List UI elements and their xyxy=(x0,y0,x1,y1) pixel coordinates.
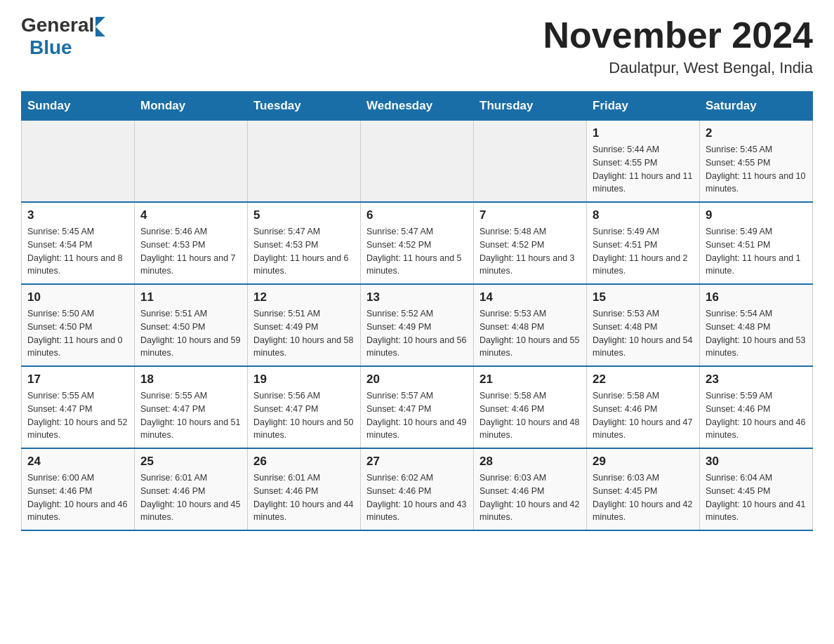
table-row xyxy=(248,121,361,203)
table-row: 22Sunrise: 5:58 AMSunset: 4:46 PMDayligh… xyxy=(587,366,700,448)
logo-triangle-bottom xyxy=(95,27,105,36)
table-row: 3Sunrise: 5:45 AMSunset: 4:54 PMDaylight… xyxy=(22,202,135,284)
header-friday: Friday xyxy=(587,92,700,121)
day-number: 11 xyxy=(140,290,241,304)
day-number: 7 xyxy=(479,208,581,222)
table-row: 25Sunrise: 6:01 AMSunset: 4:46 PMDayligh… xyxy=(135,448,248,530)
calendar-subtitle: Daulatpur, West Bengal, India xyxy=(543,59,813,77)
day-info: Sunrise: 5:57 AMSunset: 4:47 PMDaylight:… xyxy=(366,389,468,442)
table-row: 8Sunrise: 5:49 AMSunset: 4:51 PMDaylight… xyxy=(587,202,700,284)
day-info: Sunrise: 5:55 AMSunset: 4:47 PMDaylight:… xyxy=(27,389,128,442)
day-info: Sunrise: 5:47 AMSunset: 4:52 PMDaylight:… xyxy=(366,225,468,278)
logo-blue-text: Blue xyxy=(29,36,72,58)
table-row: 1Sunrise: 5:44 AMSunset: 4:55 PMDaylight… xyxy=(587,121,700,203)
day-number: 15 xyxy=(593,290,694,304)
day-info: Sunrise: 6:00 AMSunset: 4:46 PMDaylight:… xyxy=(27,471,128,524)
day-info: Sunrise: 5:48 AMSunset: 4:52 PMDaylight:… xyxy=(479,225,581,278)
day-info: Sunrise: 5:47 AMSunset: 4:53 PMDaylight:… xyxy=(253,225,355,278)
day-number: 6 xyxy=(366,208,468,222)
day-number: 12 xyxy=(253,290,355,304)
day-info: Sunrise: 5:45 AMSunset: 4:54 PMDaylight:… xyxy=(27,225,128,278)
day-number: 13 xyxy=(366,290,468,304)
table-row xyxy=(22,121,135,203)
day-info: Sunrise: 5:55 AMSunset: 4:47 PMDaylight:… xyxy=(140,389,241,442)
calendar-table: Sunday Monday Tuesday Wednesday Thursday… xyxy=(21,91,813,531)
day-number: 16 xyxy=(706,290,807,304)
table-row: 16Sunrise: 5:54 AMSunset: 4:48 PMDayligh… xyxy=(700,284,813,366)
table-row: 29Sunrise: 6:03 AMSunset: 4:45 PMDayligh… xyxy=(587,448,700,530)
table-row: 21Sunrise: 5:58 AMSunset: 4:46 PMDayligh… xyxy=(474,366,587,448)
table-row: 4Sunrise: 5:46 AMSunset: 4:53 PMDaylight… xyxy=(135,202,248,284)
table-row xyxy=(135,121,248,203)
day-info: Sunrise: 5:51 AMSunset: 4:49 PMDaylight:… xyxy=(253,307,355,360)
title-area: November 2024 Daulatpur, West Bengal, In… xyxy=(543,14,813,77)
header-thursday: Thursday xyxy=(474,92,587,121)
day-info: Sunrise: 6:02 AMSunset: 4:46 PMDaylight:… xyxy=(366,471,468,524)
table-row: 15Sunrise: 5:53 AMSunset: 4:48 PMDayligh… xyxy=(587,284,700,366)
day-number: 4 xyxy=(140,208,241,222)
day-number: 22 xyxy=(593,373,694,387)
day-info: Sunrise: 5:58 AMSunset: 4:46 PMDaylight:… xyxy=(479,389,581,442)
day-info: Sunrise: 5:44 AMSunset: 4:55 PMDaylight:… xyxy=(593,143,694,196)
header: General Blue November 2024 Daulatpur, We… xyxy=(21,14,813,77)
day-info: Sunrise: 5:58 AMSunset: 4:46 PMDaylight:… xyxy=(593,389,694,442)
table-row: 20Sunrise: 5:57 AMSunset: 4:47 PMDayligh… xyxy=(361,366,474,448)
calendar-week-row: 1Sunrise: 5:44 AMSunset: 4:55 PMDaylight… xyxy=(22,121,813,203)
table-row: 18Sunrise: 5:55 AMSunset: 4:47 PMDayligh… xyxy=(135,366,248,448)
table-row: 2Sunrise: 5:45 AMSunset: 4:55 PMDaylight… xyxy=(700,121,813,203)
day-info: Sunrise: 6:03 AMSunset: 4:46 PMDaylight:… xyxy=(479,471,581,524)
table-row: 23Sunrise: 5:59 AMSunset: 4:46 PMDayligh… xyxy=(700,366,813,448)
table-row: 5Sunrise: 5:47 AMSunset: 4:53 PMDaylight… xyxy=(248,202,361,284)
day-number: 27 xyxy=(366,455,468,469)
day-info: Sunrise: 5:49 AMSunset: 4:51 PMDaylight:… xyxy=(593,225,694,278)
table-row: 26Sunrise: 6:01 AMSunset: 4:46 PMDayligh… xyxy=(248,448,361,530)
day-info: Sunrise: 5:49 AMSunset: 4:51 PMDaylight:… xyxy=(706,225,807,278)
day-info: Sunrise: 5:59 AMSunset: 4:46 PMDaylight:… xyxy=(706,389,807,442)
logo: General Blue xyxy=(21,14,105,59)
day-info: Sunrise: 5:53 AMSunset: 4:48 PMDaylight:… xyxy=(479,307,581,360)
day-info: Sunrise: 5:53 AMSunset: 4:48 PMDaylight:… xyxy=(593,307,694,360)
day-info: Sunrise: 5:46 AMSunset: 4:53 PMDaylight:… xyxy=(140,225,241,278)
table-row: 6Sunrise: 5:47 AMSunset: 4:52 PMDaylight… xyxy=(361,202,474,284)
day-number: 9 xyxy=(706,208,807,222)
day-number: 2 xyxy=(706,126,807,140)
logo-general-text: General xyxy=(21,14,94,36)
header-wednesday: Wednesday xyxy=(361,92,474,121)
day-number: 20 xyxy=(366,373,468,387)
table-row: 9Sunrise: 5:49 AMSunset: 4:51 PMDaylight… xyxy=(700,202,813,284)
calendar-week-row: 17Sunrise: 5:55 AMSunset: 4:47 PMDayligh… xyxy=(22,366,813,448)
table-row xyxy=(361,121,474,203)
day-info: Sunrise: 6:04 AMSunset: 4:45 PMDaylight:… xyxy=(706,471,807,524)
day-number: 28 xyxy=(479,455,581,469)
table-row: 11Sunrise: 5:51 AMSunset: 4:50 PMDayligh… xyxy=(135,284,248,366)
calendar-week-row: 24Sunrise: 6:00 AMSunset: 4:46 PMDayligh… xyxy=(22,448,813,530)
calendar-week-row: 10Sunrise: 5:50 AMSunset: 4:50 PMDayligh… xyxy=(22,284,813,366)
table-row: 10Sunrise: 5:50 AMSunset: 4:50 PMDayligh… xyxy=(22,284,135,366)
table-row: 19Sunrise: 5:56 AMSunset: 4:47 PMDayligh… xyxy=(248,366,361,448)
table-row xyxy=(474,121,587,203)
day-number: 30 xyxy=(706,455,807,469)
day-number: 1 xyxy=(593,126,694,140)
day-info: Sunrise: 5:51 AMSunset: 4:50 PMDaylight:… xyxy=(140,307,241,360)
day-info: Sunrise: 5:52 AMSunset: 4:49 PMDaylight:… xyxy=(366,307,468,360)
day-number: 17 xyxy=(27,373,128,387)
day-number: 26 xyxy=(253,455,355,469)
day-number: 21 xyxy=(479,373,581,387)
day-info: Sunrise: 5:54 AMSunset: 4:48 PMDaylight:… xyxy=(706,307,807,360)
calendar-title: November 2024 xyxy=(543,14,813,56)
day-number: 29 xyxy=(593,455,694,469)
day-number: 23 xyxy=(706,373,807,387)
day-number: 25 xyxy=(140,455,241,469)
day-number: 10 xyxy=(27,290,128,304)
table-row: 14Sunrise: 5:53 AMSunset: 4:48 PMDayligh… xyxy=(474,284,587,366)
table-row: 7Sunrise: 5:48 AMSunset: 4:52 PMDaylight… xyxy=(474,202,587,284)
day-number: 14 xyxy=(479,290,581,304)
header-saturday: Saturday xyxy=(700,92,813,121)
table-row: 30Sunrise: 6:04 AMSunset: 4:45 PMDayligh… xyxy=(700,448,813,530)
header-monday: Monday xyxy=(135,92,248,121)
day-info: Sunrise: 6:03 AMSunset: 4:45 PMDaylight:… xyxy=(593,471,694,524)
day-number: 3 xyxy=(27,208,128,222)
header-sunday: Sunday xyxy=(22,92,135,121)
day-number: 24 xyxy=(27,455,128,469)
day-number: 8 xyxy=(593,208,694,222)
